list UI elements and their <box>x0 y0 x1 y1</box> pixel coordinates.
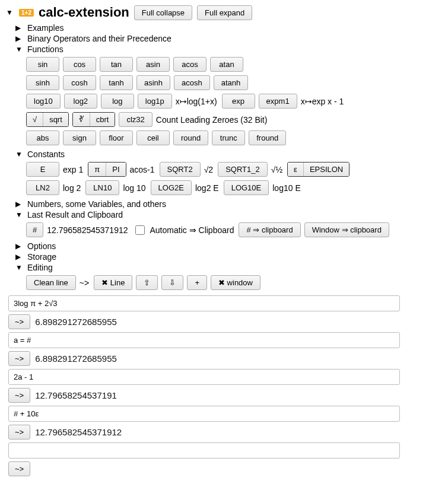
app-badge: 1+2 <box>19 9 34 17</box>
fn-cbrt-symbol[interactable]: ∛ <box>73 113 90 126</box>
result-2: 6.898291272685955 <box>35 353 117 364</box>
add-button[interactable]: + <box>187 275 207 290</box>
fn-expm1[interactable]: expm1 <box>259 94 297 109</box>
move-down-button[interactable]: ⇩ <box>161 275 183 290</box>
eval-button[interactable]: ~> <box>8 425 30 440</box>
const-pi[interactable]: PI <box>106 163 125 176</box>
functions-row-trig: sin cos tan asin acos atan <box>6 57 442 72</box>
delete-line-button[interactable]: ✖ Line <box>94 275 132 290</box>
section-constants[interactable]: ▼ Constants <box>6 149 442 160</box>
full-expand-button[interactable]: Full expand <box>197 5 252 20</box>
const-pi-symbol[interactable]: π <box>88 163 106 176</box>
fn-acosh[interactable]: acosh <box>174 75 210 90</box>
const-sqrt12[interactable]: SQRT1_2 <box>218 162 268 177</box>
section-label: Last Result and Clipboard <box>27 210 123 219</box>
expr-input-4[interactable] <box>8 406 400 422</box>
window-to-clipboard-button[interactable]: Window ⇒ clipboard <box>304 222 389 237</box>
expr-input-1[interactable] <box>8 295 400 311</box>
fn-tanh[interactable]: tanh <box>100 75 133 90</box>
fn-sqrt[interactable]: sqrt <box>43 113 68 126</box>
root-toggle[interactable]: ▼ <box>6 8 14 17</box>
toggle-closed-icon: ▶ <box>15 200 24 208</box>
functions-row-root: √ sqrt ∛ cbrt clz32 Count Leading Zeroes… <box>6 112 442 127</box>
fn-cbrt[interactable]: cbrt <box>90 113 115 126</box>
const-log10e[interactable]: LOG10E <box>224 180 269 195</box>
eval-button[interactable]: ~> <box>8 461 30 476</box>
constants-row2: LN2 log 2 LN10 log 10 LOG2E log2 E LOG10… <box>6 180 442 195</box>
fn-cos[interactable]: cos <box>63 57 96 72</box>
expr-input-2[interactable] <box>8 332 400 348</box>
section-examples[interactable]: ▶ Examples <box>6 23 442 33</box>
ln10-note: log 10 <box>123 183 145 193</box>
section-label: Editing <box>27 263 53 272</box>
fn-asinh[interactable]: asinh <box>136 75 170 90</box>
tilde-label: ~> <box>80 278 89 288</box>
auto-clipboard-checkbox[interactable] <box>135 225 145 235</box>
fn-tan[interactable]: tan <box>100 57 133 72</box>
section-functions[interactable]: ▼ Functions <box>6 44 442 55</box>
toggle-open-icon: ▼ <box>15 45 24 53</box>
toggle-closed-icon: ▶ <box>15 34 24 43</box>
section-label: Storage <box>27 252 56 262</box>
fn-acos[interactable]: acos <box>173 57 206 72</box>
fn-ceil[interactable]: ceil <box>136 130 170 145</box>
fn-log1p[interactable]: log1p <box>138 94 172 109</box>
fn-round[interactable]: round <box>173 130 208 145</box>
result-4: 12.796582545371912 <box>35 427 122 437</box>
eval-button[interactable]: ~> <box>8 314 30 329</box>
section-operators[interactable]: ▶ Binary Operators and their Precedence <box>6 33 442 44</box>
fn-trunc[interactable]: trunc <box>212 130 245 145</box>
move-up-button[interactable]: ⇧ <box>136 275 158 290</box>
delete-window-button[interactable]: ✖ window <box>211 275 260 290</box>
fn-log[interactable]: log <box>101 94 134 109</box>
section-numbers[interactable]: ▶ Numbers, some Variables, and others <box>6 199 442 209</box>
line-btn-label: Line <box>110 278 125 287</box>
fn-atanh[interactable]: atanh <box>214 75 249 90</box>
section-label: Options <box>27 241 56 251</box>
section-label: Binary Operators and their Precedence <box>27 34 171 43</box>
fn-atan[interactable]: atan <box>210 57 243 72</box>
fn-log10[interactable]: log10 <box>26 94 61 109</box>
const-eps[interactable]: EPSILON <box>304 163 349 176</box>
fn-sign[interactable]: sign <box>63 130 96 145</box>
eval-button[interactable]: ~> <box>8 388 30 403</box>
expr-input-3[interactable] <box>8 369 400 385</box>
ln2-note: log 2 <box>63 183 81 193</box>
toggle-closed-icon: ▶ <box>15 242 24 250</box>
const-sqrt2[interactable]: SQRT2 <box>160 162 201 177</box>
fn-exp[interactable]: exp <box>222 94 255 109</box>
functions-row-hyp: sinh cosh tanh asinh acosh atanh <box>6 75 442 90</box>
functions-row-round: abs sign floor ceil round trunc fround <box>6 130 442 145</box>
const-ln2[interactable]: LN2 <box>26 180 59 195</box>
expr-input-5[interactable] <box>8 442 400 458</box>
const-log2e[interactable]: LOG2E <box>151 180 192 195</box>
hash-to-clipboard-button[interactable]: # ⇒ clipboard <box>239 222 300 237</box>
sqrt2-note: √2 <box>204 165 213 174</box>
section-storage[interactable]: ▶ Storage <box>6 251 442 262</box>
section-label: Constants <box>27 149 65 159</box>
const-eps-symbol[interactable]: ε <box>288 163 304 176</box>
toggle-open-icon: ▼ <box>15 263 24 272</box>
full-collapse-button[interactable]: Full collapse <box>134 5 192 20</box>
fn-fround[interactable]: fround <box>249 130 286 145</box>
hash-button[interactable]: # <box>26 222 43 237</box>
log2e-note: log2 E <box>195 183 219 193</box>
eval-button[interactable]: ~> <box>8 351 30 366</box>
fn-clz32[interactable]: clz32 <box>119 112 152 127</box>
functions-row-log: log10 log2 log log1p x↦log(1+x) exp expm… <box>6 94 442 109</box>
fn-sinh[interactable]: sinh <box>26 75 59 90</box>
fn-asin[interactable]: asin <box>136 57 170 72</box>
fn-log2[interactable]: log2 <box>64 94 97 109</box>
fn-abs[interactable]: abs <box>26 130 59 145</box>
fn-sin[interactable]: sin <box>26 57 59 72</box>
fn-sqrt-symbol[interactable]: √ <box>27 113 43 126</box>
section-lastresult[interactable]: ▼ Last Result and Clipboard <box>6 209 442 220</box>
clean-line-button[interactable]: Clean line <box>26 275 76 290</box>
lastresult-row: # 12.796582545371912 Automatic ⇒ Clipboa… <box>6 222 442 237</box>
section-options[interactable]: ▶ Options <box>6 241 442 251</box>
const-ln10[interactable]: LN10 <box>85 180 119 195</box>
section-editing[interactable]: ▼ Editing <box>6 262 442 273</box>
fn-cosh[interactable]: cosh <box>63 75 96 90</box>
const-e[interactable]: E <box>26 162 59 177</box>
fn-floor[interactable]: floor <box>100 130 133 145</box>
